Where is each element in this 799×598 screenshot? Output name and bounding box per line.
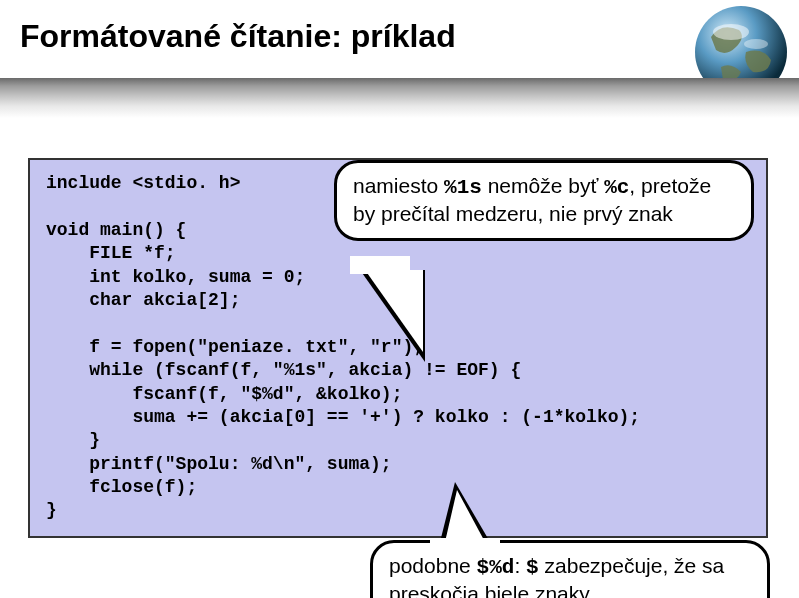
- callout-code: $: [526, 556, 539, 579]
- callout-text: podobne: [389, 554, 477, 577]
- callout-pointer: [430, 538, 500, 548]
- callout-text: nemôže byť: [482, 174, 604, 197]
- title-divider: [0, 78, 799, 118]
- callout-code: $%d: [477, 556, 515, 579]
- callout-pointer: [350, 256, 410, 274]
- callout-code: %c: [604, 176, 629, 199]
- callout-pointer: [365, 270, 423, 352]
- callout-code: %1s: [444, 176, 482, 199]
- callout-bubble-1: namiesto %1s nemôže byť %c, pretože by p…: [334, 160, 754, 241]
- callout-bubble-2: podobne $%d: $ zabezpečuje, že sa presko…: [370, 540, 770, 598]
- callout-pointer: [445, 490, 485, 542]
- page-title: Formátované čítanie: príklad: [20, 18, 456, 55]
- svg-point-1: [713, 24, 749, 40]
- callout-text: :: [514, 554, 526, 577]
- callout-text: namiesto: [353, 174, 444, 197]
- svg-point-2: [744, 39, 768, 49]
